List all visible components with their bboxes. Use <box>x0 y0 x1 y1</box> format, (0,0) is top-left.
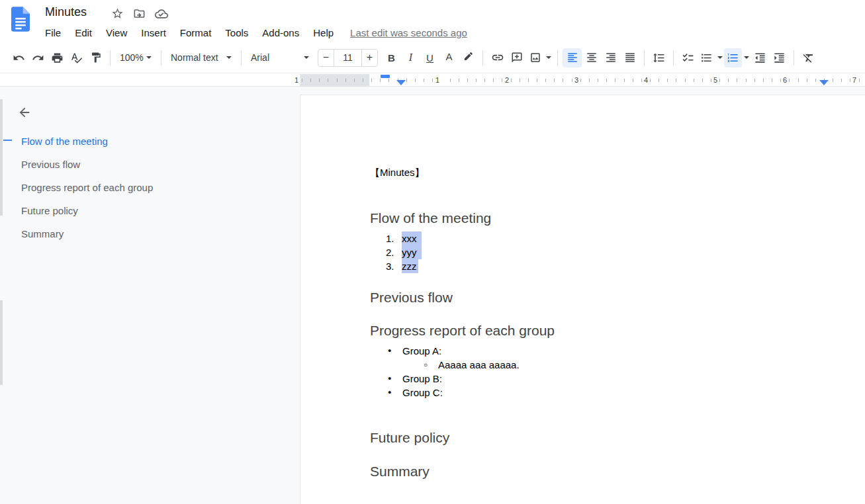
bold-button[interactable]: B <box>382 48 401 67</box>
spelling-check-button[interactable] <box>67 48 86 67</box>
align-center-button[interactable] <box>582 48 601 67</box>
underline-button[interactable]: U <box>420 48 439 67</box>
bullet-marker: ● <box>388 386 402 399</box>
toolbar-separator <box>110 50 111 65</box>
insert-image-button[interactable] <box>526 48 544 67</box>
highlight-color-button[interactable] <box>459 48 478 67</box>
outline-item-previous-flow[interactable]: Previous flow <box>21 158 80 171</box>
menu-help[interactable]: Help <box>313 27 334 38</box>
outline-item-progress-report[interactable]: Progress report of each group <box>21 181 153 194</box>
ruler-label: 1 <box>293 75 300 85</box>
left-indent-marker[interactable] <box>396 80 406 85</box>
numbered-list-item[interactable]: 2. yyy <box>370 245 865 259</box>
outline-item-flow-of-the-meeting[interactable]: Flow of the meeting <box>21 135 108 147</box>
text-color-button[interactable]: A <box>439 48 459 67</box>
selected-list-text[interactable]: zzz <box>402 259 418 273</box>
italic-button[interactable]: I <box>401 48 420 67</box>
doc-heading-previous-flow[interactable]: Previous flow <box>370 289 865 306</box>
bulleted-list-button[interactable] <box>698 48 715 67</box>
insert-image-control <box>526 48 553 67</box>
numbered-list-control <box>724 48 751 67</box>
menu-insert[interactable]: Insert <box>141 27 166 38</box>
save-status-cloud-icon[interactable] <box>155 7 168 23</box>
align-right-button[interactable] <box>601 48 620 67</box>
clear-formatting-button[interactable] <box>799 48 818 67</box>
menu-format[interactable]: Format <box>180 27 212 38</box>
horizontal-ruler[interactable]: 1 1 2 3 4 5 6 7 <box>0 74 865 87</box>
font-family-select[interactable]: Arial <box>246 48 314 67</box>
numbered-list-item[interactable]: 1. xxx <box>370 231 865 245</box>
menu-tools[interactable]: Tools <box>225 27 248 38</box>
justify-button[interactable] <box>620 48 639 67</box>
menu-edit[interactable]: Edit <box>75 27 92 38</box>
first-line-indent-marker[interactable] <box>381 75 390 78</box>
ruler-label: 5 <box>711 75 719 85</box>
increase-font-size-button[interactable]: + <box>362 50 377 66</box>
zoom-select[interactable]: 100% <box>115 48 156 67</box>
font-size-control: − 11 + <box>318 49 378 67</box>
doc-tag-line[interactable]: 【Minutes】 <box>370 166 865 179</box>
menu-addons[interactable]: Add-ons <box>262 27 299 38</box>
last-edit-link[interactable]: Last edit was seconds ago <box>350 27 467 38</box>
menu-view[interactable]: View <box>106 27 127 38</box>
toolbar-separator <box>161 50 161 65</box>
close-outline-back-button[interactable] <box>16 104 33 121</box>
print-button[interactable] <box>48 48 67 67</box>
decrease-font-size-button[interactable]: − <box>318 50 334 66</box>
ruler-label: 1 <box>433 75 441 85</box>
increase-indent-button[interactable] <box>770 48 789 67</box>
document-page[interactable]: 【Minutes】 Flow of the meeting 1. xxx 2. … <box>300 95 865 504</box>
ruler-label: 2 <box>503 75 511 85</box>
numbered-list-item[interactable]: 3. zzz <box>370 259 865 273</box>
selected-list-text[interactable]: yyy <box>402 245 422 259</box>
decrease-indent-button[interactable] <box>751 48 770 67</box>
move-folder-icon[interactable] <box>133 7 146 22</box>
paragraph-style-select[interactable]: Normal text <box>166 48 236 67</box>
undo-button[interactable] <box>9 48 28 67</box>
insert-link-button[interactable] <box>488 48 507 67</box>
bulleted-list-control <box>698 48 724 67</box>
toolbar-separator <box>644 50 645 65</box>
bulleted-list-subitem[interactable]: ○ Aaaaa aaa aaaaa. <box>370 358 865 372</box>
ruler-label: 3 <box>572 75 580 85</box>
bulleted-list-item[interactable]: ● Group C: <box>370 386 865 399</box>
ruler-label: 6 <box>781 75 789 85</box>
docs-logo-icon[interactable] <box>11 7 30 34</box>
right-indent-marker[interactable] <box>819 80 829 85</box>
redo-button[interactable] <box>28 48 48 67</box>
toolbar-separator <box>241 50 242 65</box>
list-number: 2. <box>386 245 396 259</box>
paint-format-button[interactable] <box>86 48 105 67</box>
line-spacing-button[interactable] <box>649 48 668 67</box>
bulleted-list-menu-arrow[interactable] <box>715 48 724 67</box>
insert-image-menu-arrow[interactable] <box>544 48 553 67</box>
doc-heading-summary[interactable]: Summary <box>370 463 865 480</box>
add-comment-button[interactable] <box>507 48 526 67</box>
bullet-text[interactable]: Group B: <box>402 372 442 386</box>
chevron-down-icon <box>146 56 152 59</box>
star-icon[interactable] <box>111 7 124 22</box>
numbered-list-menu-arrow[interactable] <box>742 48 751 67</box>
doc-heading-flow-of-the-meeting[interactable]: Flow of the meeting <box>370 210 865 226</box>
document-title[interactable]: Minutes <box>45 5 87 19</box>
align-left-button[interactable] <box>563 48 582 67</box>
bullet-text[interactable]: Group C: <box>402 386 443 399</box>
bulleted-list-item[interactable]: ● Group B: <box>370 372 865 386</box>
bullet-text[interactable]: Group A: <box>402 344 441 358</box>
doc-heading-future-policy[interactable]: Future policy <box>370 429 865 446</box>
toolbar-separator <box>482 50 483 65</box>
outline-item-summary[interactable]: Summary <box>21 228 64 240</box>
font-size-value[interactable]: 11 <box>334 50 362 66</box>
numbered-list-button[interactable] <box>724 48 742 67</box>
outline-item-future-policy[interactable]: Future policy <box>21 204 78 217</box>
bulleted-list-item[interactable]: ● Group A: <box>370 344 865 358</box>
bullet-text[interactable]: Aaaaa aaa aaaaa. <box>438 358 520 372</box>
selected-list-text[interactable]: xxx <box>402 231 422 245</box>
toolbar-separator <box>794 50 794 65</box>
list-number: 3. <box>386 259 396 273</box>
doc-heading-progress-report[interactable]: Progress report of each group <box>370 322 865 339</box>
checklist-button[interactable] <box>678 48 698 67</box>
bullet-marker: ○ <box>424 358 438 372</box>
ruler-label: 7 <box>850 75 858 85</box>
menu-file[interactable]: File <box>45 27 61 38</box>
